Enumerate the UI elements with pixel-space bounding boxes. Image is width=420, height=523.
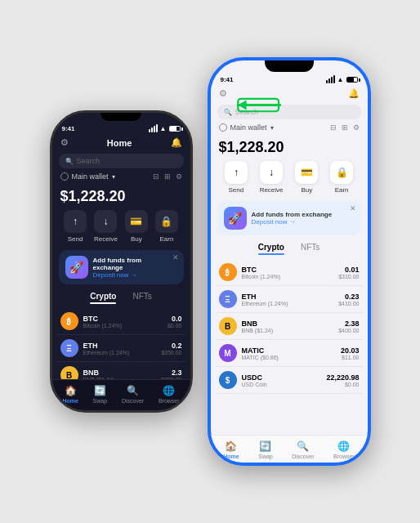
banner-link-light[interactable]: Deposit now → [252,218,350,226]
nav-home-dark[interactable]: 🏠 Home [62,385,78,404]
browser-icon-light: 🌐 [337,440,350,452]
chevron-light[interactable]: ▾ [270,124,274,132]
settings-icon-dark[interactable]: ⚙ [176,172,182,181]
status-bar-light: 9:41 ▲ [211,72,368,85]
bnb-amount-light: 2.38 $400.00 [338,320,359,333]
nav-browser-light[interactable]: 🌐 Browser [333,440,355,459]
nav-swap-dark[interactable]: 🔄 Swap [93,385,108,404]
send-action-light[interactable]: ↑ Send [225,161,248,194]
home-label-dark: Home [62,398,78,404]
signal-dark [149,124,158,132]
discover-label-light: Discover [292,454,314,459]
usdc-fiat-light: $0.00 [326,382,359,387]
bnb-fiat-light: $400.00 [338,328,359,333]
nav-swap-light[interactable]: 🔄 Swap [258,440,273,459]
wifi-light: ▲ [337,76,344,83]
earn-action-light[interactable]: 🔒 Earn [330,161,353,194]
settings-icon-light[interactable]: ⚙ [353,123,360,132]
eth-amount-dark: 0.2 $350.00 [161,342,181,355]
expand-icon-dark[interactable]: ⊞ [164,172,171,181]
banner-close-light[interactable]: ✕ [350,204,356,212]
receive-btn-dark[interactable]: ↓ [94,210,117,233]
discover-icon-light: 🔍 [297,440,309,452]
usdc-val-light: 22,220.98 [326,373,359,382]
matic-amount-light: 20.03 $11.00 [341,346,360,360]
nav-discover-light[interactable]: 🔍 Discover [292,440,314,459]
earn-btn-dark[interactable]: 🔒 [155,210,178,233]
tab-crypto-dark[interactable]: Crypto [90,292,116,304]
wallet-label-row-light: Main wallet ▾ [219,123,274,132]
wallet-circle-dark [60,172,69,181]
search-bar-dark[interactable]: 🔍 Search [59,154,184,168]
tab-nfts-light[interactable]: NFTs [301,243,319,255]
usdc-name-light: USDC [242,373,327,382]
banner-link-dark[interactable]: Deposit now → [93,271,172,279]
chevron-dark[interactable]: ▾ [112,173,115,181]
wallet-actions-dark: ↑ Send ↓ Receive 💳 Buy 🔒 Earn [60,210,182,243]
nav-home-light[interactable]: 🏠 Home [223,440,239,459]
header-title-dark: Home [107,138,132,148]
l-bar1 [326,80,328,83]
receive-btn-light[interactable]: ↓ [260,161,283,184]
arrow-annotation [230,93,288,121]
usdc-icon-light: $ [219,371,237,389]
btc-name-light: BTC [242,266,339,274]
receive-action-dark[interactable]: ↓ Receive [94,210,118,243]
earn-btn-light[interactable]: 🔒 [330,161,353,184]
eth-row-light: Ξ ETH Ethereum (1.24%) 0.23 $410.00 [216,286,363,313]
bnb-name-dark: BNB [83,369,162,377]
btc-sub-light: Bitcoin (1.24%) [242,274,339,279]
search-placeholder-dark: Search [77,157,101,165]
eth-sub-light: Ethereum (1.24%) [242,301,339,306]
bnb-row-dark: B BNB BNB ($1.24) 2.3 $700.00 [57,362,185,379]
send-btn-light[interactable]: ↑ [225,161,248,184]
light-app-content: ⚙ 🔔 🔍 Search Main wallet ▾ ⊟ ⊞ ⚙ [211,85,368,466]
gear-icon-dark[interactable]: ⚙ [60,137,69,148]
banner-title-light: Add funds from exchange [252,211,350,218]
send-action-dark[interactable]: ↑ Send [64,210,87,243]
matic-icon-light: M [219,344,237,362]
bnb-val-dark: 2.3 [161,369,181,377]
earn-action-dark[interactable]: 🔒 Earn [155,210,178,243]
browser-label-dark: Browser [159,398,180,404]
expand-icon-light[interactable]: ⊞ [342,123,348,132]
eth-fiat-light: $410.00 [338,301,359,306]
matic-info-light: MATIC MATIC ($0.86) [242,346,341,360]
buy-action-dark[interactable]: 💳 Buy [125,210,148,243]
swap-icon-dark: 🔄 [94,385,106,396]
gear-icon-light[interactable]: ⚙ [219,88,227,99]
swap-icon-light: 🔄 [259,440,271,452]
btc-val-dark: 0.0 [168,315,182,323]
send-btn-dark[interactable]: ↑ [64,210,87,233]
bnb-info-light: BNB BNB ($1.24) [242,320,339,333]
tab-crypto-light[interactable]: Crypto [258,243,284,255]
wallet-icons-dark: ⊟ ⊞ ⚙ [153,172,182,181]
add-funds-banner-dark: ✕ 🚀 Add funds from exchange Deposit now … [59,250,184,284]
receive-action-light[interactable]: ↓ Receive [260,161,284,194]
nav-discover-dark[interactable]: 🔍 Discover [122,385,144,404]
eth-row-dark: Ξ ETH Ethereum (1.24%) 0.2 $350.00 [57,335,185,362]
tab-nfts-dark[interactable]: NFTs [132,292,151,304]
eth-val-dark: 0.2 [161,342,181,350]
status-bar-dark: 9:41 ▲ [52,121,190,134]
eth-info-light: ETH Ethereum (1.24%) [242,293,339,306]
banner-close-dark[interactable]: ✕ [172,253,179,262]
wallet-header-light: Main wallet ▾ ⊟ ⊞ ⚙ [211,122,368,136]
status-icons-light: ▲ [326,75,358,83]
wallet-label-row-dark: Main wallet ▾ [60,172,115,181]
buy-btn-dark[interactable]: 💳 [125,210,148,233]
earn-label-light: Earn [335,186,349,194]
wallet-section-light: $1,228.20 ↑ Send ↓ Receive 💳 Buy [211,136,368,199]
eth-fiat-dark: $350.00 [161,350,181,355]
buy-btn-light[interactable]: 💳 [295,161,318,184]
nav-browser-dark[interactable]: 🌐 Browser [159,385,180,404]
copy-icon-dark[interactable]: ⊟ [153,172,159,181]
wallet-amount-dark: $1,228.20 [60,188,182,205]
btc-icon-light: ₿ [219,263,237,281]
bnb-sub-light: BNB ($1.24) [242,328,339,333]
buy-label-light: Buy [301,186,312,194]
copy-icon-light[interactable]: ⊟ [330,123,337,132]
wallet-icons-light: ⊟ ⊞ ⚙ [330,123,360,132]
buy-action-light[interactable]: 💳 Buy [295,161,318,194]
btc-name-dark: BTC [83,315,168,323]
